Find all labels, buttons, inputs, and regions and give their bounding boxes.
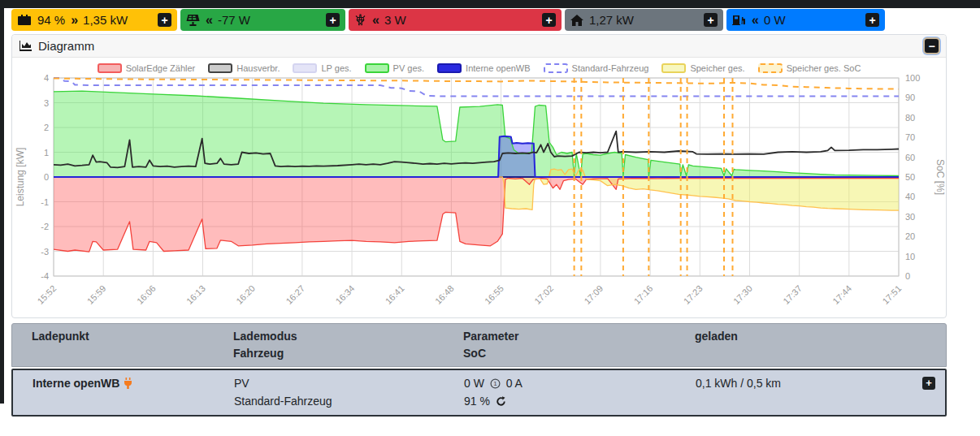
legend-item[interactable]: LP ges. xyxy=(293,63,351,73)
window-left-edge xyxy=(0,0,4,404)
svg-text:3: 3 xyxy=(44,98,49,108)
svg-text:50: 50 xyxy=(905,172,915,182)
phase-count-icon: 1 xyxy=(490,378,501,389)
legend-swatch xyxy=(544,63,568,73)
pv-power: -77 W xyxy=(218,13,250,27)
svg-text:10: 10 xyxy=(905,252,915,261)
parameter-line: 0 W 1 0 A xyxy=(464,374,696,392)
legend-swatch xyxy=(437,63,462,73)
grid-status-box[interactable]: « 3 W + xyxy=(349,9,562,31)
chargepoint-expand-row-button[interactable]: + xyxy=(922,377,935,390)
header-geladen: geladen xyxy=(695,328,946,362)
svg-text:17:44: 17:44 xyxy=(830,283,853,306)
discharge-arrow-icon: » xyxy=(71,13,77,28)
svg-text:90: 90 xyxy=(905,93,915,102)
legend-item[interactable]: Speicher ges. xyxy=(661,63,744,73)
svg-text:0: 0 xyxy=(44,172,49,182)
plug-icon xyxy=(124,378,132,389)
diagram-card: Diagramm − SolarEdge ZählerHausverbr.LP … xyxy=(11,34,947,318)
charging-station-icon xyxy=(732,15,746,26)
svg-text:17:37: 17:37 xyxy=(781,283,804,306)
house-status-box[interactable]: 1,27 kW + xyxy=(565,9,723,31)
import-arrow-icon: « xyxy=(372,13,379,28)
grid-expand-button[interactable]: + xyxy=(542,13,556,27)
diagram-chart: 15:5215:5916:0616:1316:2016:2716:3416:41… xyxy=(12,74,946,313)
charged-amount: 0,1 kWh / 0,5 km xyxy=(696,374,781,392)
import-arrow-icon: « xyxy=(752,13,758,28)
svg-text:70: 70 xyxy=(905,132,915,142)
legend-item[interactable]: Standard-Fahrzeug xyxy=(544,63,649,73)
svg-text:16:20: 16:20 xyxy=(234,283,257,306)
legend-label: LP ges. xyxy=(321,63,351,73)
header-ladepunkt: Ladepunkt xyxy=(12,328,233,362)
house-power: 1,27 kW xyxy=(589,13,634,27)
chargepoint-status-box[interactable]: « 0 W + xyxy=(726,9,885,31)
svg-text:60: 60 xyxy=(905,153,915,162)
house-icon xyxy=(570,15,583,26)
transmission-tower-icon xyxy=(354,14,366,26)
svg-text:40: 40 xyxy=(905,192,915,201)
svg-text:17:30: 17:30 xyxy=(731,283,754,306)
header-lademodus-fahrzeug: LademodusFahrzeug xyxy=(233,328,463,362)
svg-text:17:02: 17:02 xyxy=(532,283,555,306)
svg-text:1: 1 xyxy=(44,148,49,158)
svg-text:100: 100 xyxy=(905,74,920,83)
battery-expand-button[interactable]: + xyxy=(158,13,171,27)
svg-text:-4: -4 xyxy=(41,271,49,281)
vehicle-name: Standard-Fahrzeug xyxy=(234,392,464,410)
legend-label: Interne openWB xyxy=(466,63,531,73)
svg-text:20: 20 xyxy=(905,231,915,241)
car-battery-icon xyxy=(17,15,32,25)
svg-text:16:48: 16:48 xyxy=(433,283,456,306)
svg-text:30: 30 xyxy=(905,212,915,222)
legend-item[interactable]: SolarEdge Zähler xyxy=(98,63,196,73)
pv-expand-button[interactable]: + xyxy=(326,13,340,27)
battery-soc: 94 % xyxy=(37,13,65,27)
charge-mode: PV xyxy=(234,374,464,392)
svg-text:16:55: 16:55 xyxy=(483,283,505,306)
chargepoint-power: 0 W xyxy=(764,13,786,27)
legend-label: PV ges. xyxy=(393,63,425,73)
battery-power: 1,35 kW xyxy=(83,13,128,27)
house-expand-button[interactable]: + xyxy=(704,13,718,27)
legend-label: Hausverbr. xyxy=(236,63,280,73)
svg-text:-1: -1 xyxy=(41,197,49,207)
legend-label: SolarEdge Zähler xyxy=(126,63,196,73)
legend-swatch xyxy=(758,63,783,73)
soc-line: 91 % xyxy=(464,392,696,410)
chargepoint-expand-button[interactable]: + xyxy=(865,13,879,27)
svg-text:-3: -3 xyxy=(41,247,49,257)
svg-text:2: 2 xyxy=(44,123,49,132)
svg-text:1: 1 xyxy=(493,380,497,387)
diagram-title: Diagramm xyxy=(38,39,94,53)
svg-text:15:59: 15:59 xyxy=(85,283,108,306)
svg-text:16:13: 16:13 xyxy=(184,283,207,306)
area-chart-icon xyxy=(20,41,32,51)
legend-item[interactable]: PV ges. xyxy=(365,63,425,73)
refresh-soc-icon[interactable] xyxy=(496,396,506,407)
legend-item[interactable]: Interne openWB xyxy=(437,63,531,73)
chargepoint-table: Ladepunkt LademodusFahrzeug ParameterSoC… xyxy=(11,323,947,417)
svg-text:17:09: 17:09 xyxy=(582,283,605,306)
svg-text:16:27: 16:27 xyxy=(284,283,306,306)
svg-text:16:34: 16:34 xyxy=(334,283,357,306)
svg-text:0: 0 xyxy=(905,271,910,281)
solar-panel-icon xyxy=(186,15,200,26)
svg-text:16:06: 16:06 xyxy=(135,283,158,306)
svg-text:17:51: 17:51 xyxy=(880,283,903,306)
legend-label: Standard-Fahrzeug xyxy=(572,63,649,73)
svg-text:15:52: 15:52 xyxy=(35,283,58,306)
legend-item[interactable]: Hausverbr. xyxy=(208,63,280,73)
header-parameter-soc: ParameterSoC xyxy=(463,328,695,362)
pv-status-box[interactable]: « -77 W + xyxy=(180,9,345,31)
legend-swatch xyxy=(365,63,389,73)
legend-item[interactable]: Speicher ges. SoC xyxy=(758,63,861,73)
diagram-collapse-button[interactable]: − xyxy=(925,39,939,53)
import-arrow-icon: « xyxy=(206,13,212,28)
status-bar: 94 % » 1,35 kW + « -77 W + « 3 W + 1,27 … xyxy=(11,9,885,31)
battery-status-box[interactable]: 94 % » 1,35 kW + xyxy=(11,9,177,31)
legend-swatch xyxy=(208,63,232,73)
diagram-card-header: Diagramm − xyxy=(12,35,946,58)
legend-swatch xyxy=(98,63,122,73)
chargepoint-name: Interne openWB xyxy=(33,374,119,392)
